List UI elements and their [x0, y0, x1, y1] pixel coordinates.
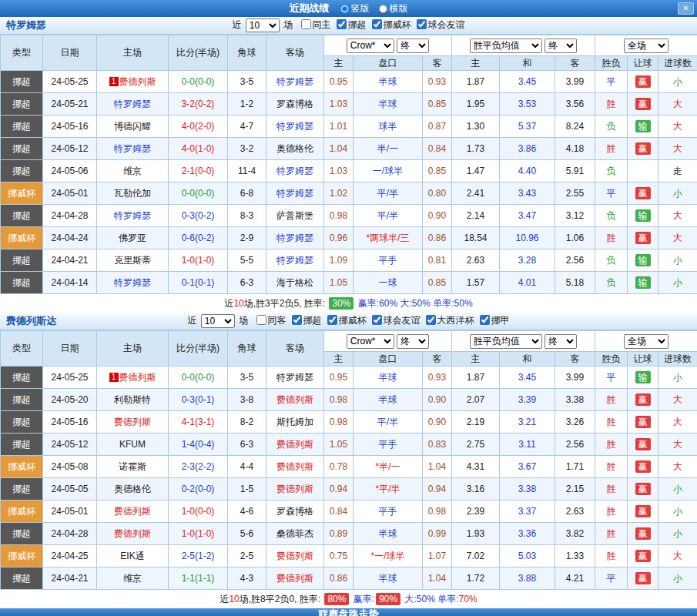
date-cell: 24-05-25 [43, 71, 97, 93]
handicap-result-cell [628, 160, 658, 182]
filter-checkbox[interactable] [480, 315, 490, 325]
scope-select[interactable]: 全场 [624, 38, 669, 53]
home-odds-cell: 0.95 [324, 367, 354, 389]
filter-checkbox[interactable] [426, 315, 436, 325]
filter-挪超[interactable]: 挪超 [292, 315, 322, 326]
filter-同客[interactable]: 同客 [256, 315, 287, 326]
odds-stage-select[interactable]: 终 [397, 38, 429, 53]
avg-select[interactable]: 胜平负均值 [470, 334, 542, 349]
col-odds-home: 主 [324, 56, 354, 71]
handicap-result-cell: 赢 [628, 434, 658, 456]
avg-draw-cell: 3.11 [500, 434, 555, 456]
home-odds-cell: 0.89 [324, 523, 354, 545]
filter-checkbox[interactable] [301, 19, 311, 29]
filter-checkbox[interactable] [256, 315, 266, 325]
league-cell: 挪威杯 [1, 545, 43, 567]
avg-away-cell: 4.21 [555, 567, 595, 590]
portrait-option[interactable]: 竖版 [340, 2, 370, 15]
filter-挪威杯[interactable]: 挪威杯 [372, 19, 411, 30]
scope-header-cell: 全场 [595, 331, 697, 352]
landscape-option[interactable]: 横版 [379, 2, 408, 15]
filter-挪甲[interactable]: 挪甲 [480, 315, 510, 326]
filter-球会友谊[interactable]: 球会友谊 [372, 315, 421, 326]
score-cell: 1-0(0-0) [169, 500, 228, 523]
avg-home-cell: 2.39 [452, 500, 500, 523]
recent-count-select[interactable]: 10 [246, 18, 280, 32]
filter-checkbox[interactable] [327, 315, 337, 325]
filter-label: 球会友谊 [428, 19, 465, 30]
home-odds-cell: 0.94 [324, 478, 354, 500]
league-trend-bar[interactable]: 联赛盘路走势 [0, 608, 697, 616]
home-odds-cell: 1.05 [324, 434, 354, 456]
summary-segment: 70% [459, 594, 478, 604]
filter-checkbox[interactable] [337, 19, 347, 29]
filter-checkbox[interactable] [292, 315, 302, 325]
home-team-cell: 1费德列斯 [97, 367, 169, 389]
goals-cell: 大 [658, 227, 697, 249]
away-team-cell: 费德列斯 [266, 389, 324, 411]
league-cell: 挪威杯 [1, 500, 43, 523]
layout-toggle: 竖版 横版 [340, 2, 408, 15]
handicap-result-cell: 赢 [628, 545, 658, 567]
col-result: 胜负 [595, 56, 628, 71]
filter-挪威杯[interactable]: 挪威杯 [327, 315, 367, 326]
result-row: 挪超24-05-16费德列斯4-1(3-1)8-2斯托姆加0.98平/半0.90… [1, 411, 697, 434]
col-handicap-result: 让球 [628, 56, 658, 71]
score-cell: 3-2(0-2) [169, 93, 228, 116]
handicap-result-badge: 输 [635, 209, 651, 222]
away-odds-cell: 1.04 [423, 456, 452, 478]
col-goals: 进球数 [658, 352, 697, 367]
avg-home-cell: 7.02 [452, 545, 500, 567]
handicap-result-cell: 赢 [628, 227, 658, 249]
col-avg-draw: 和 [500, 56, 555, 71]
filter-大西洋杯[interactable]: 大西洋杯 [426, 315, 474, 326]
away-team-cell: 费德列斯 [266, 478, 324, 500]
scope-select[interactable]: 全场 [624, 334, 669, 349]
score-cell: 2-1(0-0) [169, 160, 228, 182]
recent-count-select[interactable]: 10 [201, 314, 235, 328]
avg-away-cell: 8.24 [555, 116, 595, 138]
avg-home-cell: 2.14 [452, 205, 500, 227]
summary-segment: 10 [233, 298, 243, 309]
home-odds-cell: 0.98 [324, 389, 354, 411]
col-away: 客场 [266, 331, 324, 367]
avg-select[interactable]: 胜平负均值 [470, 38, 542, 53]
bookmaker-select[interactable]: Crow* [347, 38, 394, 53]
result-row: 挪超24-05-20利勒斯特0-3(0-1)3-8费德列斯0.98半球0.902… [1, 389, 697, 411]
home-team-cell: 维京 [97, 160, 169, 182]
portrait-radio[interactable] [340, 5, 349, 13]
close-button[interactable]: ✕ [678, 2, 694, 15]
result-row: 挪超24-04-21克里斯蒂1-0(1-0)5-5特罗姆瑟1.09平手0.812… [1, 249, 697, 272]
result-row: 挪超24-04-14特罗姆瑟0-1(0-1)6-3海于格松1.05一球0.851… [1, 272, 697, 294]
score-cell: 0-0(0-0) [169, 71, 228, 93]
filter-球会友谊[interactable]: 球会友谊 [417, 19, 465, 30]
avg-stage-select[interactable]: 终 [545, 38, 577, 53]
league-cell: 挪超 [1, 138, 43, 160]
filter-checkbox[interactable] [417, 19, 427, 29]
corners-cell: 2-5 [228, 545, 266, 567]
corners-cell: 3-5 [228, 367, 266, 389]
filter-checkbox[interactable] [372, 19, 382, 29]
filter-checkbox[interactable] [372, 315, 382, 325]
bookmaker-select[interactable]: Crow* [347, 334, 394, 349]
handicap-cell: 平/半 [354, 182, 423, 205]
goals-cell: 小 [658, 500, 697, 523]
away-team-cell: 费德列斯 [266, 456, 324, 478]
away-odds-cell: 0.83 [423, 434, 452, 456]
avg-away-cell: 3.82 [555, 523, 595, 545]
corners-cell: 6-8 [228, 182, 266, 205]
odds-stage-select[interactable]: 终 [397, 334, 429, 349]
corners-cell: 6-3 [228, 434, 266, 456]
corners-cell: 4-3 [228, 567, 266, 590]
filter-同主[interactable]: 同主 [301, 19, 331, 30]
score-cell: 4-0(1-0) [169, 138, 228, 160]
filters-bar: 近 10 场 同客挪超挪威杯球会友谊大西洋杯挪甲 [0, 314, 697, 328]
filter-挪超[interactable]: 挪超 [337, 19, 367, 30]
home-odds-cell: 0.78 [324, 456, 354, 478]
landscape-radio[interactable] [379, 5, 387, 13]
date-cell: 24-05-05 [43, 478, 97, 500]
away-odds-cell: 0.90 [423, 389, 452, 411]
avg-stage-select[interactable]: 终 [545, 334, 577, 349]
result-row: 挪威杯24-04-24佛罗亚0-6(0-2)2-9特罗姆瑟0.96*两球半/三0… [1, 227, 697, 249]
handicap-result-badge: 赢 [635, 393, 651, 406]
